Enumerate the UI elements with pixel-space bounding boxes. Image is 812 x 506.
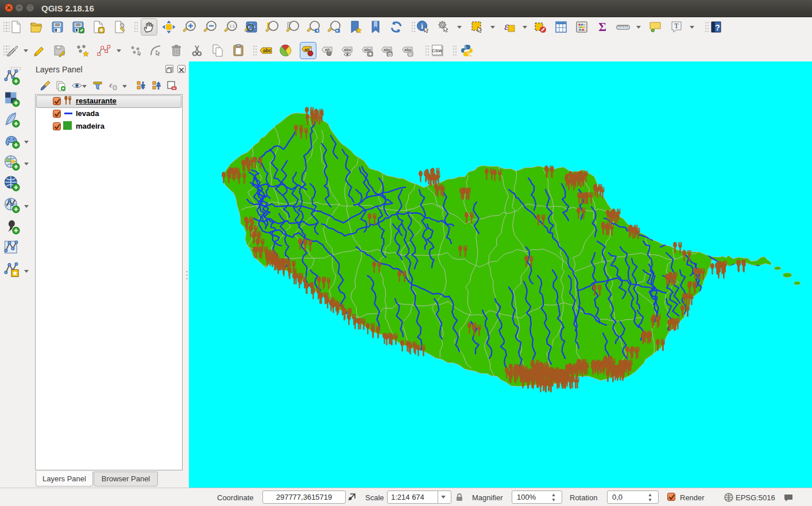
- svg-text:abc: abc: [263, 48, 272, 53]
- svg-text:?: ?: [715, 23, 720, 32]
- svg-text:CSW: CSW: [432, 48, 443, 53]
- svg-text:T: T: [674, 22, 679, 30]
- svg-text:Σ: Σ: [598, 20, 606, 34]
- svg-text:ε: ε: [109, 80, 113, 89]
- svg-text:abc: abc: [344, 47, 351, 52]
- svg-text:ε: ε: [504, 20, 509, 32]
- svg-text:1:1: 1:1: [229, 24, 235, 28]
- svg-text:i: i: [421, 22, 423, 30]
